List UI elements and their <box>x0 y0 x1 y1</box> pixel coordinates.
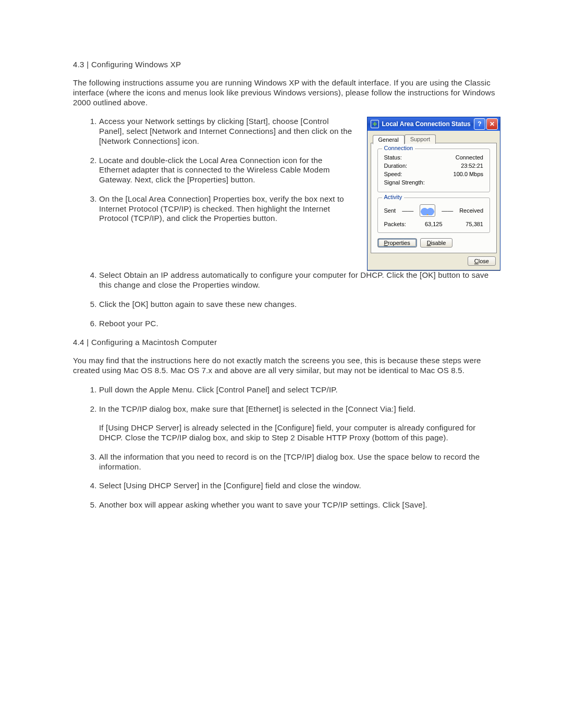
section-4-3-heading: 4.3 | Configuring Windows XP <box>73 60 500 69</box>
close-dialog-button[interactable]: Close <box>468 256 496 266</box>
group-connection: Connection Status: Connected Duration: 2… <box>377 149 491 192</box>
activity-sent-label: Sent <box>384 207 396 214</box>
step-4-4-2-note: If [Using DHCP Server] is already select… <box>99 423 500 443</box>
legend-connection: Connection <box>382 145 415 151</box>
tab-general[interactable]: General <box>373 135 405 144</box>
step-4-3-3: On the [Local Area Connection] Propertie… <box>99 194 353 224</box>
packets-label: Packets: <box>384 221 418 227</box>
step-4-3-6: Reboot your PC. <box>99 319 500 329</box>
section-4-3-intro: The following instructions assume you ar… <box>73 78 500 107</box>
disable-button-rest: isable <box>431 240 446 246</box>
section-4-3-steps-top: Access your Network settings by clicking… <box>73 117 353 224</box>
step-4-3-2: Locate and double-click the Local Area C… <box>99 156 353 185</box>
disable-button[interactable]: Disable <box>420 238 453 248</box>
activity-icon <box>420 204 435 217</box>
legend-activity: Activity <box>382 194 405 200</box>
section-4-4-steps: Pull down the Apple Menu. Click [Control… <box>73 385 500 510</box>
activity-received-label: Received <box>459 207 483 214</box>
properties-button[interactable]: Properties <box>377 238 417 248</box>
close-button-rest: lose <box>479 258 489 264</box>
status-value: Connected <box>456 154 483 161</box>
packets-received: 75,381 <box>450 221 484 227</box>
step-4-3-5: Click the [OK] button again to save thes… <box>99 300 500 310</box>
close-button[interactable]: ✕ <box>486 118 498 130</box>
status-label: Status: <box>384 154 402 161</box>
step-4-4-2-text: In the TCP/IP dialog box, make sure that… <box>99 404 415 413</box>
tab-support[interactable]: Support <box>405 134 436 144</box>
speed-value: 100.0 Mbps <box>454 171 483 177</box>
duration-value: 23:52:21 <box>461 163 483 169</box>
step-4-4-1: Pull down the Apple Menu. Click [Control… <box>99 385 500 395</box>
group-activity: Activity Sent —— —— Received Packets: 63… <box>377 198 491 233</box>
help-button[interactable]: ? <box>474 118 485 130</box>
duration-label: Duration: <box>384 163 408 169</box>
step-4-4-2: In the TCP/IP dialog box, make sure that… <box>99 404 500 443</box>
section-4-4-intro: You may find that the instructions here … <box>73 356 500 376</box>
section-4-3-row: Access your Network settings by clicking… <box>73 117 500 270</box>
speed-label: Speed: <box>384 171 402 177</box>
properties-button-rest: roperties <box>388 240 410 246</box>
section-4-4-heading: 4.4 | Configuring a Macintosh Computer <box>73 338 500 347</box>
xp-titlebar[interactable]: Local Area Connection Status ? ✕ <box>368 117 500 131</box>
step-4-3-4: Select Obtain an IP address automaticall… <box>99 270 500 290</box>
xp-connection-status-dialog: Local Area Connection Status ? ✕ General… <box>367 117 501 270</box>
step-4-4-5: Another box will appear asking whether y… <box>99 500 500 510</box>
step-4-3-1: Access your Network settings by clicking… <box>99 117 353 146</box>
network-icon <box>371 120 379 128</box>
section-4-3-steps-bottom: Select Obtain an IP address automaticall… <box>73 270 500 328</box>
step-4-4-3: All the information that you need to rec… <box>99 452 500 472</box>
signal-label: Signal Strength: <box>384 179 425 186</box>
xp-tabs: General Support <box>371 134 497 143</box>
document-page: 4.3 | Configuring Windows XP The followi… <box>0 0 563 561</box>
step-4-4-4: Select [Using DHCP Server] in the [Confi… <box>99 481 500 491</box>
packets-sent: 63,125 <box>417 221 450 227</box>
xp-title-text: Local Area Connection Status <box>382 120 471 128</box>
